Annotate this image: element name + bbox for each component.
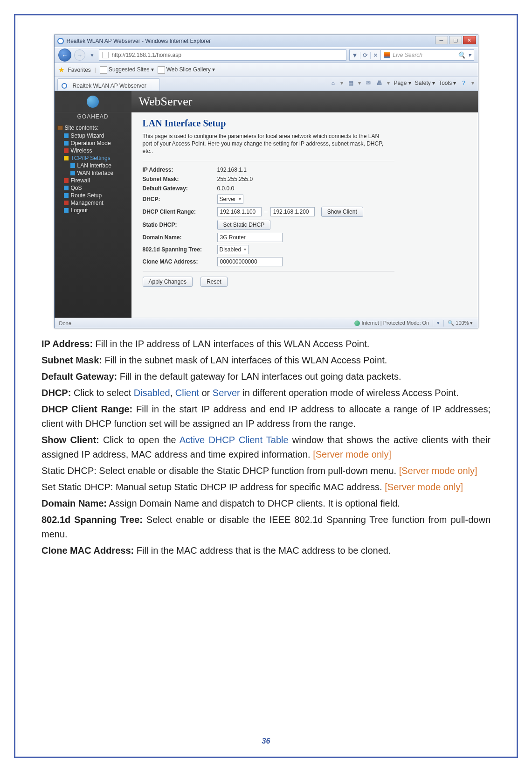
- feed-icon[interactable]: ▤: [347, 79, 354, 87]
- page-icon: [102, 52, 109, 58]
- tab-favicon-icon: [62, 83, 67, 89]
- domain-input[interactable]: 3G Router: [217, 233, 283, 242]
- tab-title: Realtek WLAN AP Webserver: [73, 83, 146, 89]
- mail-icon[interactable]: ✉: [365, 79, 372, 87]
- zoom-level[interactable]: 🔍 100% ▾: [448, 320, 473, 326]
- print-icon[interactable]: 🖶: [376, 79, 383, 87]
- suggested-sites-link[interactable]: Suggested Sites ▾: [100, 66, 154, 74]
- url-input[interactable]: http://192.168.1.1/home.asp: [99, 49, 346, 61]
- safety-menu[interactable]: Safety ▾: [415, 80, 435, 86]
- command-bar: ⌂▾ ▤▾ ✉ 🖶▾ Page ▾ Safety ▾ Tools ▾ ?▾: [329, 79, 474, 87]
- def-ip-label: IP Address:: [41, 339, 93, 349]
- def-domain-label: Domain Name:: [41, 498, 107, 508]
- maximize-button[interactable]: ▢: [449, 36, 462, 44]
- sidebar: GOAHEAD Site contents: Setup Wizard Oper…: [55, 91, 131, 318]
- page-menu[interactable]: Page ▾: [394, 80, 411, 86]
- def-mac-label: Clone MAC Address:: [41, 545, 134, 556]
- favorites-label[interactable]: Favorites: [68, 67, 91, 73]
- sidebar-item-wan[interactable]: WAN Interface: [57, 169, 129, 177]
- link-disabled: Disabled: [134, 388, 170, 398]
- page-number: 36: [18, 737, 514, 745]
- main-header: WebServer: [131, 91, 478, 112]
- static-dhcp-label: Static DHCP:: [143, 222, 217, 228]
- bing-icon: [384, 52, 390, 58]
- tree-root[interactable]: Site contents:: [57, 125, 129, 131]
- def-stp-label: 802.1d Spanning Tree:: [41, 515, 143, 525]
- sidebar-item-firewall[interactable]: Firewall: [57, 177, 129, 184]
- web-slice-gallery-link[interactable]: Web Slice Gallery ▾: [158, 66, 215, 74]
- content-area: GOAHEAD Site contents: Setup Wizard Oper…: [55, 91, 478, 318]
- link-active-dhcp-table: Active DHCP Client Table: [180, 435, 289, 445]
- mac-label: Clone MAC Address:: [143, 258, 217, 265]
- show-client-button[interactable]: Show Client: [321, 207, 363, 217]
- tab-active[interactable]: Realtek WLAN AP Webserver: [57, 78, 160, 90]
- sidebar-item-logout[interactable]: Logout: [57, 207, 129, 214]
- domain-label: Domain Name:: [143, 234, 217, 241]
- stp-label: 802.1d Spanning Tree:: [143, 246, 217, 253]
- def-mac-text: Fill in the MAC address that is the MAC …: [134, 545, 391, 556]
- status-zone: Internet | Protected Mode: On: [354, 320, 429, 326]
- def-static-text: Static DHCP: Select enable or disable th…: [41, 466, 399, 476]
- mask-value: 255.255.255.0: [217, 176, 253, 182]
- def-ip-text: Fill in the IP address of LAN interfaces…: [93, 339, 369, 349]
- tab-strip: Realtek WLAN AP Webserver ⌂▾ ▤▾ ✉ 🖶▾ Pag…: [55, 77, 478, 91]
- ie-window: Realtek WLAN AP Webserver - Windows Inte…: [54, 35, 478, 328]
- favorites-star-icon[interactable]: ★: [58, 66, 64, 74]
- stp-select[interactable]: Disabled▾: [217, 245, 249, 254]
- favorites-bar: ★ Favorites | Suggested Sites ▾ Web Slic…: [55, 63, 478, 77]
- nav-history-dropdown[interactable]: ▼: [90, 53, 95, 58]
- mac-input[interactable]: 000000000000: [217, 257, 283, 266]
- def-setstatic-text: Set Static DHCP: Manual setup Static DHC…: [41, 482, 385, 492]
- ip-label: IP Address:: [143, 167, 217, 173]
- close-button[interactable]: ✕: [463, 36, 476, 44]
- def-gw-label: Default Gateway:: [41, 371, 117, 382]
- sidebar-item-wireless[interactable]: Wireless: [57, 147, 129, 154]
- def-mask-label: Subnet Mask:: [41, 355, 102, 365]
- dhcp-select[interactable]: Server▾: [217, 195, 243, 204]
- minimize-button[interactable]: ─: [435, 36, 448, 44]
- protected-mode-dropdown[interactable]: ▾: [437, 320, 440, 326]
- sidebar-item-qos[interactable]: QoS: [57, 184, 129, 192]
- set-static-dhcp-button[interactable]: Set Static DHCP: [217, 220, 271, 230]
- goahead-logo-text: GOAHEAD: [55, 112, 131, 123]
- forward-button[interactable]: →: [74, 49, 85, 61]
- dash: –: [264, 208, 268, 215]
- def-mask-text: Fill in the subnet mask of LAN interface…: [102, 355, 387, 365]
- url-actions[interactable]: ▼⟳✕: [349, 49, 381, 61]
- help-icon[interactable]: ?: [460, 79, 468, 87]
- def-show-label: Show Client:: [41, 435, 99, 445]
- sidebar-item-lan[interactable]: LAN Interface: [57, 162, 129, 169]
- document-body: IP Address: Fill in the IP address of LA…: [41, 337, 491, 558]
- def-range-label: DHCP Client Range:: [41, 404, 132, 414]
- ie-logo-icon: [57, 38, 64, 44]
- sidebar-item-operation-mode[interactable]: Operation Mode: [57, 139, 129, 147]
- apply-button[interactable]: Apply Changes: [143, 277, 193, 287]
- ip-value: 192.168.1.1: [217, 167, 247, 173]
- mask-label: Subnet Mask:: [143, 176, 217, 182]
- sidebar-item-tcpip[interactable]: TCP/IP Settings: [57, 154, 129, 162]
- range-start-input[interactable]: 192.168.1.100: [217, 207, 262, 216]
- window-title: Realtek WLAN AP Webserver - Windows Inte…: [67, 38, 211, 44]
- search-input[interactable]: Live Search 🔍 ▾: [381, 49, 474, 61]
- sidebar-item-setup-wizard[interactable]: Setup Wizard: [57, 132, 129, 139]
- sidebar-item-management[interactable]: Management: [57, 199, 129, 207]
- home-icon[interactable]: ⌂: [329, 79, 337, 87]
- search-placeholder: Live Search: [393, 52, 422, 58]
- address-bar: ← → ▼ http://192.168.1.1/home.asp ▼⟳✕ Li…: [55, 47, 478, 63]
- search-icon[interactable]: 🔍: [457, 51, 465, 59]
- note-server-only-1: [Server mode only]: [313, 449, 391, 459]
- link-client: Client: [175, 388, 199, 398]
- tools-menu[interactable]: Tools ▾: [439, 80, 456, 86]
- range-end-input[interactable]: 192.168.1.200: [270, 207, 315, 216]
- book-icon: [57, 125, 63, 130]
- reset-button[interactable]: Reset: [200, 277, 227, 287]
- back-button[interactable]: ←: [58, 49, 71, 62]
- globe-icon: [354, 320, 360, 326]
- status-bar: Done Internet | Protected Mode: On ▾ 🔍 1…: [55, 318, 478, 328]
- divider: [143, 161, 394, 162]
- url-text: http://192.168.1.1/home.asp: [111, 52, 181, 58]
- page-title: LAN Interface Setup: [143, 118, 467, 129]
- divider: [143, 271, 394, 272]
- search-dropdown-icon[interactable]: ▾: [468, 52, 471, 58]
- sidebar-item-route-setup[interactable]: Route Setup: [57, 192, 129, 199]
